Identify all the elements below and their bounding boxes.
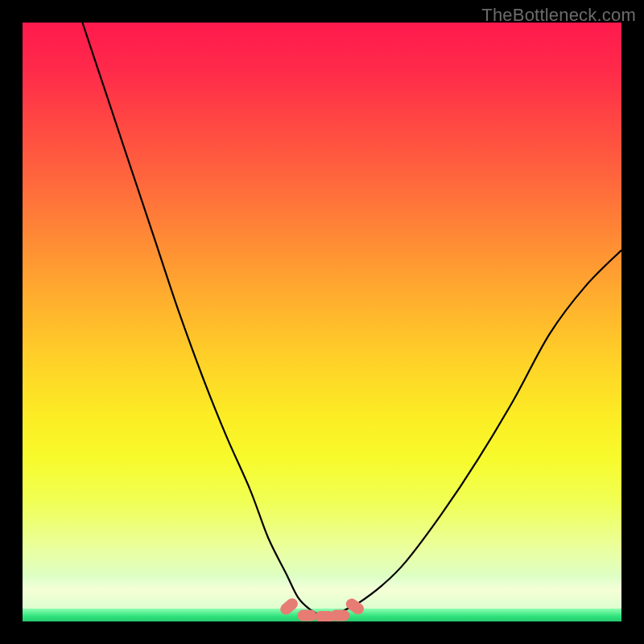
min-segment-1 bbox=[278, 596, 299, 617]
min-segment-2 bbox=[297, 610, 316, 621]
chart-frame: TheBottleneck.com bbox=[0, 0, 644, 644]
curve-layer bbox=[23, 23, 621, 621]
watermark-text: TheBottleneck.com bbox=[481, 5, 636, 26]
min-markers bbox=[278, 596, 365, 621]
bottleneck-curve bbox=[82, 23, 621, 617]
min-segment-4 bbox=[330, 610, 349, 621]
plot-area bbox=[23, 23, 621, 621]
